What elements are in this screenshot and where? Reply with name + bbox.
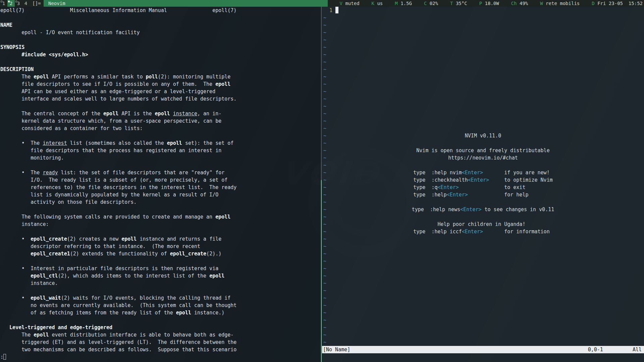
status-value: rete mobilis (543, 1, 580, 6)
nvim-tilde-row: ~ (322, 331, 644, 339)
status-module-w: W rete mobilis (540, 0, 580, 7)
nvim-tilde-row: ~ (322, 139, 644, 147)
nvim-tilde-row: ~ (322, 250, 644, 257)
status-key: D (592, 1, 594, 6)
status-value: 49% (517, 1, 528, 6)
nvim-tilde-row: ~ (322, 103, 644, 110)
man-line: API can be used either as an edge-trigge… (0, 88, 321, 95)
statusline-scroll-indicator: All (633, 346, 642, 353)
nvim-tilde-row: ~ (322, 80, 644, 88)
nvim-tilde-row: ~ (322, 66, 644, 73)
nvim-tilde-row: ~ (322, 198, 644, 206)
man-line: kernel data structure which, from a user… (0, 117, 321, 125)
tag-client-indicator (1, 1, 2, 2)
man-line: • The ready list: the set of file descri… (0, 169, 321, 176)
nvim-tilde-row: ~ (322, 95, 644, 103)
nvim-intro-line: type :help nvim<Enter> if you are new! (322, 169, 644, 176)
man-line: triggered (ET) and as level-triggered (L… (0, 339, 321, 346)
layout-symbol[interactable]: []= (30, 0, 44, 7)
nvim-line-1: 1 (322, 7, 644, 14)
nvim-tilde-row: ~ (322, 302, 644, 309)
man-line: SYNOPSIS (0, 44, 321, 51)
man-line (0, 206, 321, 213)
nvim-tilde-row: ~ (322, 213, 644, 221)
man-line: The epoll API performs a similar task to… (0, 73, 321, 80)
man-line: I/O. The ready list is a subset of (or, … (0, 176, 321, 184)
nvim-intro-line: type :checkhealth<Enter> to optimize Nvi… (322, 176, 644, 184)
man-line (0, 287, 321, 294)
focused-window-title: Neovim (44, 0, 328, 7)
nvim-tilde-row: ~ (322, 51, 644, 58)
nvim-tilde-row: ~ (322, 294, 644, 302)
neovim-window[interactable]: 1 ~~~~~~~~~~~~~~~~~~~~~~~~~~~~~~~~~~~~~~… (322, 7, 644, 362)
status-value: 02% (427, 1, 438, 6)
status-value: us (374, 1, 383, 6)
man-line: interface and scales well to large numbe… (0, 95, 321, 103)
man-line (0, 162, 321, 169)
nvim-intro-line: type :help news<Enter> to see changes in… (322, 206, 644, 213)
man-line (0, 132, 321, 139)
workspace-tag-3[interactable]: 3 (15, 0, 22, 7)
tag-client-indicator (15, 1, 17, 2)
status-module-c: C 02% (424, 0, 438, 7)
nvim-tilde-row: ~ (322, 36, 644, 44)
man-lines: epoll(7) Miscellaneous Information Manua… (0, 7, 321, 353)
nvim-tilde-row: ~ (322, 280, 644, 287)
nvim-cursor (335, 7, 338, 13)
nvim-statusline: [No Name] 0,0-1 All (322, 346, 644, 353)
workspace-tag-1[interactable]: 1 (0, 0, 7, 7)
status-key: V (340, 1, 342, 6)
window-separator-bottom (321, 180, 322, 362)
man-line: epoll(7) Miscellaneous Information Manua… (0, 7, 321, 14)
man-line: monitoring. (0, 154, 321, 162)
statusline-ruler-position: 0,0-1 (588, 346, 603, 353)
pager-prompt: : (0, 354, 3, 360)
pager-prompt-row: : (0, 353, 321, 361)
man-line: Level-triggered and edge-triggered (0, 324, 321, 331)
nvim-tilde-row: ~ (322, 110, 644, 117)
man-line: NAME (0, 21, 321, 29)
man-line: epoll - I/O event notification facility (0, 29, 321, 36)
man-line: no events are currently available. (This… (0, 302, 321, 309)
nvim-tilde-row: ~ (322, 287, 644, 294)
status-key: M (395, 1, 397, 6)
man-line: list is dynamically populated by the ker… (0, 191, 321, 198)
nvim-intro-line: NVIM v0.11.0 (322, 132, 644, 139)
nvim-tilde-row: ~ (322, 88, 644, 95)
status-module-ch: Ch 49% (511, 0, 528, 7)
man-line (0, 14, 321, 21)
nvim-tilde-row: ~ (322, 73, 644, 80)
workspace-tag-4[interactable]: 4 (22, 0, 30, 7)
nvim-intro-line: Nvim is open source and freely distribut… (322, 147, 644, 154)
man-page-terminal[interactable]: epoll(7) Miscellaneous Information Manua… (0, 7, 321, 362)
line-number: 1 (323, 7, 335, 13)
nvim-tilde-row: ~ (322, 125, 644, 132)
status-module-k: K us (372, 0, 383, 7)
nvim-tilde-row: ~ (322, 235, 644, 243)
status-key: K (372, 1, 374, 6)
nvim-intro-line: https://neovim.io/#chat (322, 154, 644, 162)
status-module-t: T 35°C (450, 0, 467, 7)
man-line: #include <sys/epoll.h> (0, 51, 321, 58)
man-line: The central concept of the epoll API is … (0, 110, 321, 117)
man-line (0, 58, 321, 66)
statusline-filename: [No Name] (323, 346, 350, 353)
man-line: instance: (0, 221, 321, 228)
man-line (0, 316, 321, 324)
nvim-tilde-row: ~ (322, 309, 644, 316)
nvim-tilde-row: ~ (322, 117, 644, 125)
man-line: file descriptors that the process has re… (0, 147, 321, 154)
nvim-tilde-row: ~ (322, 243, 644, 250)
man-line: • The interest list (sometimes also call… (0, 139, 321, 147)
man-line: activity on those file descriptors. (0, 198, 321, 206)
man-line: epoll_ctl(2), which adds items to the in… (0, 272, 321, 280)
status-value: 18.0W (482, 1, 499, 6)
status-module-p: P 18.0W (479, 0, 499, 7)
man-line: file descriptors to see if I/O is possib… (0, 80, 321, 88)
man-line: • Interest in particular file descriptor… (0, 265, 321, 272)
status-value: muted (342, 1, 360, 6)
nvim-tilde-row: ~ (322, 44, 644, 51)
man-line: The epoll event distribution interface i… (0, 331, 321, 339)
workspace-tag-2[interactable]: 2 (7, 0, 15, 7)
status-value: 35°C (453, 1, 467, 6)
